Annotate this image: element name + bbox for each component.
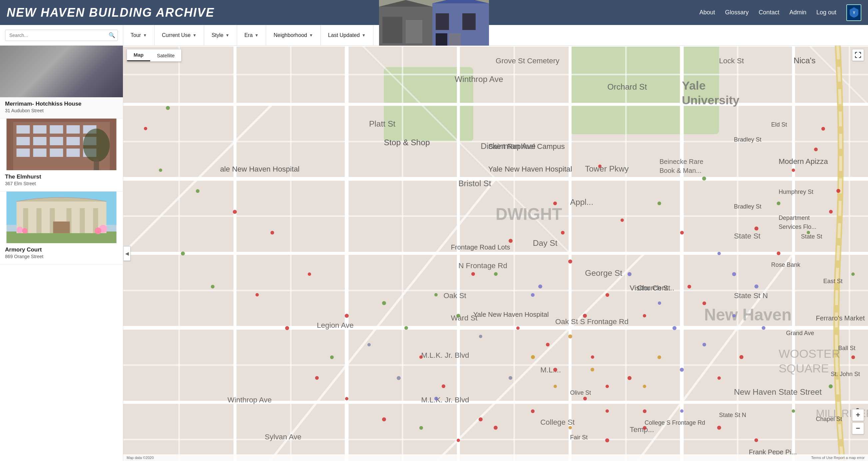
map-dot[interactable] (754, 226, 758, 230)
map-dot[interactable] (680, 368, 684, 372)
map-dot[interactable] (598, 164, 601, 168)
map-dot[interactable] (687, 285, 691, 288)
map-dot[interactable] (159, 168, 162, 172)
svg-text:Yale: Yale (682, 79, 706, 92)
map-dot[interactable] (456, 314, 460, 318)
map-dot[interactable] (382, 301, 386, 305)
svg-text:Sylvan Ave: Sylvan Ave (265, 433, 302, 441)
list-item[interactable]: Merrimam- Hotchkiss House 31 Audubon Str… (0, 45, 123, 119)
map-dot[interactable] (367, 343, 371, 346)
map-dot[interactable] (442, 385, 445, 388)
svg-text:Eld St: Eld St (771, 121, 787, 128)
map-dot[interactable] (703, 343, 706, 346)
map-dot[interactable] (658, 302, 661, 305)
map-dot[interactable] (568, 426, 572, 429)
list-item[interactable]: Armory Court 869 Orange Street (0, 191, 123, 265)
zoom-in-button[interactable]: + (852, 409, 864, 421)
map-dot[interactable] (553, 368, 557, 372)
map-dot[interactable] (673, 326, 677, 330)
map-dot[interactable] (211, 285, 215, 288)
map-dot[interactable] (345, 397, 348, 400)
svg-text:Beinecke Rare: Beinecke Rare (659, 158, 704, 165)
map-dot[interactable] (703, 302, 706, 305)
map-dot[interactable] (315, 376, 319, 380)
map-dot[interactable] (271, 231, 274, 235)
building-info: The Elmhurst 367 Elm Street (0, 170, 123, 191)
map-dot[interactable] (181, 251, 185, 255)
map-dot[interactable] (643, 385, 646, 388)
svg-point-43 (22, 228, 28, 234)
map-back-button[interactable]: ◀ (123, 246, 130, 261)
map-dot[interactable] (196, 189, 199, 193)
map-dot[interactable] (606, 385, 609, 388)
svg-text:Yale New Haven Hospital: Yale New Haven Hospital (488, 165, 572, 173)
map-dot[interactable] (621, 218, 624, 222)
map-dot[interactable] (516, 327, 520, 330)
main-container: Merrimam- Hotchkiss House 31 Audubon Str… (0, 45, 868, 461)
map-dot[interactable] (829, 385, 833, 389)
tab-map[interactable]: Map (127, 49, 150, 61)
svg-text:SQUARE: SQUARE (779, 362, 829, 375)
map-dot[interactable] (397, 376, 401, 380)
map-terms[interactable]: Terms of Use Report a map error (811, 456, 865, 460)
map-dot[interactable] (568, 259, 572, 264)
map-dot[interactable] (330, 356, 334, 359)
map-controls: + − (852, 409, 864, 434)
map-dot[interactable] (285, 326, 289, 330)
map-dot[interactable] (561, 231, 564, 235)
map-dot[interactable] (554, 385, 557, 388)
map-dot[interactable] (717, 376, 721, 380)
fullscreen-button[interactable] (852, 49, 864, 61)
svg-text:New Haven: New Haven (704, 305, 792, 324)
svg-text:ale New Haven Hospital: ale New Haven Hospital (220, 165, 300, 173)
svg-rect-26 (50, 149, 63, 157)
map-dot[interactable] (702, 177, 706, 181)
map-dot[interactable] (591, 356, 594, 359)
map-background[interactable]: Goffe St Webster St Winthrop Ave Sherman… (123, 45, 868, 461)
map-dot[interactable] (345, 314, 349, 318)
svg-text:Day St: Day St (533, 239, 558, 247)
svg-text:St. John St: St. John St (831, 371, 860, 377)
map-dot[interactable] (583, 314, 587, 318)
map-dot[interactable] (680, 231, 684, 235)
map-dot[interactable] (420, 426, 423, 430)
map-dot[interactable] (829, 210, 833, 214)
map-dot[interactable] (606, 293, 609, 297)
svg-point-42 (17, 226, 23, 233)
map-dot[interactable] (494, 272, 498, 276)
sidebar: Merrimam- Hotchkiss House 31 Audubon Str… (0, 45, 123, 461)
svg-text:Orchard St: Orchard St (607, 82, 647, 91)
tab-satellite[interactable]: Satellite (150, 49, 181, 61)
map-dot[interactable] (851, 356, 855, 359)
map-dot[interactable] (836, 189, 840, 193)
fullscreen-icon (855, 52, 861, 58)
svg-text:Modern Apizza: Modern Apizza (779, 157, 828, 165)
map-dot[interactable] (754, 284, 758, 288)
map-dot[interactable] (643, 426, 647, 430)
map-dot[interactable] (627, 376, 631, 380)
map-dot[interactable] (717, 426, 721, 430)
svg-text:M.L....: M.L.... (540, 366, 561, 374)
map-dot[interactable] (508, 239, 513, 243)
svg-rect-14 (17, 125, 30, 133)
svg-rect-30 (94, 158, 99, 170)
svg-text:Nica's: Nica's (794, 56, 815, 65)
map-dot[interactable] (717, 252, 721, 255)
map-dot[interactable] (531, 355, 535, 359)
map-dot[interactable] (605, 438, 609, 442)
map-dot[interactable] (457, 439, 460, 442)
svg-text:Department: Department (779, 215, 810, 221)
map-dot[interactable] (382, 418, 386, 421)
map-dot[interactable] (531, 293, 535, 297)
svg-text:Bradley St: Bradley St (734, 203, 762, 210)
svg-text:Legion Ave: Legion Ave (317, 321, 353, 330)
map-dot[interactable] (732, 272, 736, 276)
map-dot[interactable] (568, 334, 572, 338)
map-dot[interactable] (308, 273, 311, 276)
svg-rect-17 (67, 125, 80, 133)
map-dot[interactable] (733, 314, 736, 317)
zoom-out-button[interactable]: − (852, 422, 864, 434)
map-dot[interactable] (643, 314, 646, 317)
map-dot[interactable] (643, 409, 647, 413)
list-item[interactable]: The Elmhurst 367 Elm Street (0, 119, 123, 191)
